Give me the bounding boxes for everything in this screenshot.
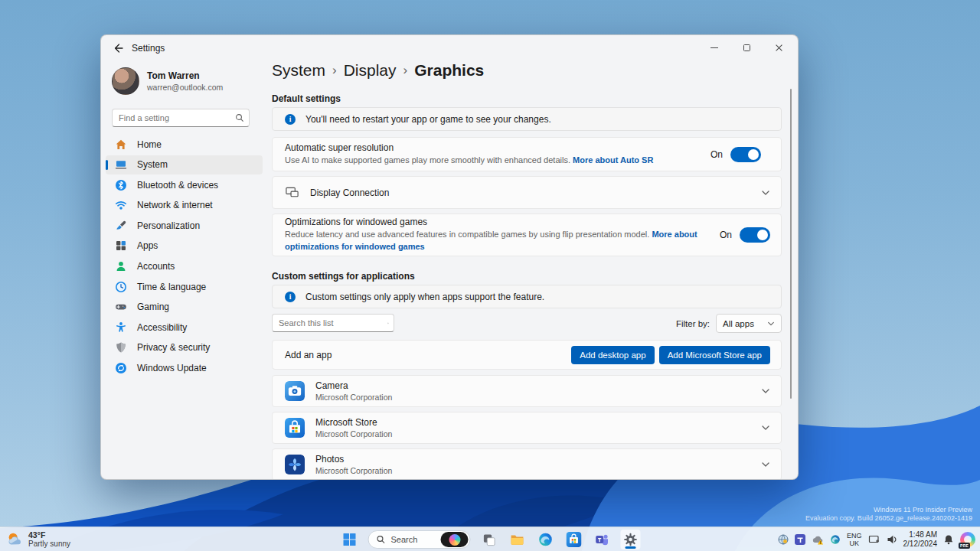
app-name: Camera [315,380,752,391]
auto-sr-toggle-label: On [710,149,723,160]
clock-widget[interactable]: 1:48 AM2/12/2024 [903,530,938,549]
find-setting-searchbox[interactable] [112,109,250,127]
filter-by-label: Filter by: [676,319,710,328]
windowed-games-toggle[interactable] [740,227,770,243]
taskbar-search[interactable]: Search [368,530,471,549]
notification-bell-icon[interactable] [943,534,954,545]
sidebar-item-privacy-security[interactable]: Privacy & security [106,338,263,357]
accessibility-icon [115,321,127,334]
sidebar-item-accounts[interactable]: Accounts [106,257,263,276]
avatar [112,67,139,95]
sidebar-item-apps[interactable]: Apps [106,236,263,256]
tray-volume-icon[interactable] [887,534,897,545]
app-publisher: Microsoft Corporation [315,466,752,475]
sidebar-item-home[interactable]: Home [106,135,263,154]
back-icon[interactable] [112,42,124,54]
tray-onedrive-warning-icon[interactable] [812,534,824,545]
add-desktop-app-button[interactable]: Add desktop app [571,346,654,364]
tray-globe-icon[interactable] [778,534,789,545]
tray-edge-icon[interactable] [830,534,841,545]
sidebar-item-system[interactable]: System [106,155,263,174]
auto-sr-link[interactable]: More about Auto SR [573,155,653,165]
chevron-down-icon [761,460,770,469]
tray-teams-icon[interactable] [795,534,805,545]
page-title: Graphics [414,61,484,80]
sidebar-item-windows-update[interactable]: Windows Update [106,359,263,378]
add-store-app-button[interactable]: Add Microsoft Store app [659,346,770,364]
task-view-button[interactable] [479,530,499,549]
file-explorer-button[interactable] [508,530,528,549]
breadcrumb-separator: › [403,63,408,78]
store-icon [567,532,582,547]
display-connection-card[interactable]: Display Connection [272,176,782,209]
language-secondary: UK [849,540,859,547]
sidebar-item-gaming[interactable]: Gaming [106,298,263,317]
system-icon [115,158,127,171]
add-app-card: Add an app Add desktop app Add Microsoft… [272,340,782,370]
weather-widget[interactable]: 43°F Partly sunny [6,527,70,551]
personalization-icon [115,220,127,232]
copilot-tray-icon[interactable]: PRE [960,532,975,547]
filter-dropdown[interactable]: All apps [716,314,782,333]
chevron-down-icon [761,386,770,396]
tray-display-icon[interactable] [868,534,880,545]
edge-icon [538,532,554,547]
search-icon [235,113,244,122]
breadcrumb-display[interactable]: Display [344,61,397,80]
watermark-line1: Windows 11 Pro Insider Preview [805,506,972,515]
window-scrollbar[interactable] [790,89,792,399]
copilot-button[interactable] [441,532,469,547]
search-icon [387,319,389,328]
language-primary: ENG [847,532,862,540]
accounts-icon [115,260,127,272]
main-content: System › Display › Graphics Default sett… [272,35,782,480]
home-icon [115,139,127,151]
teams-button[interactable] [593,530,612,549]
auto-sr-toggle[interactable] [730,147,761,162]
user-profile[interactable]: Tom Warren warren@outlook.com [112,66,265,96]
bluetooth-icon [115,179,127,191]
sidebar-item-time-language[interactable]: Time & language [106,277,263,296]
window-title: Settings [132,43,165,54]
breadcrumb-system[interactable]: System [272,61,325,80]
restart-info-banner: i You'll need to restart your app or gam… [272,107,782,131]
edge-button[interactable] [536,530,556,549]
sidebar-item-network-internet[interactable]: Network & internet [106,196,263,215]
photos-app-icon [285,455,305,474]
app-row-camera[interactable]: Camera Microsoft Corporation [272,375,782,407]
add-app-label: Add an app [285,350,562,360]
store-button[interactable] [564,530,584,549]
start-button[interactable] [340,530,360,549]
sidebar-item-accessibility[interactable]: Accessibility [106,318,263,337]
settings-gear-icon [624,533,638,546]
taskbar-center: Search [340,527,641,551]
user-name: Tom Warren [147,70,223,81]
settings-taskbar-button[interactable] [621,530,641,549]
app-row-microsoft-store[interactable]: Microsoft Store Microsoft Corporation [272,412,782,444]
info-icon: i [285,114,296,125]
apps-icon [115,240,127,252]
search-list-box[interactable] [272,314,394,332]
time-language-icon [115,281,127,293]
restart-info-text: You'll need to restart your app or game … [305,114,551,125]
find-setting-input[interactable] [119,113,235,122]
app-publisher: Microsoft Corporation [315,393,752,402]
windowed-games-card: Optimizations for windowed games Reduce … [272,214,782,256]
search-list-input[interactable] [279,318,387,328]
windowed-games-toggle-label: On [720,230,732,240]
weather-icon [6,531,23,548]
language-indicator[interactable]: ENGUK [847,532,862,548]
chevron-down-icon [767,320,775,328]
search-icon [377,535,386,544]
list-controls-row: Filter by: All apps [272,314,782,334]
sidebar-item-personalization[interactable]: Personalization [106,216,263,235]
copilot-pre-badge: PRE [959,543,970,549]
tray-time: 1:48 AM [909,530,937,539]
app-row-photos[interactable]: Photos Microsoft Corporation [272,448,782,480]
sidebar-item-bluetooth-devices[interactable]: Bluetooth & devices [106,175,263,194]
task-view-icon [482,533,496,547]
watermark-line2: Evaluation copy. Build 26052.ge_release.… [805,514,972,523]
custom-settings-heading: Custom settings for applications [272,271,415,282]
privacy-security-icon [115,341,127,354]
file-explorer-icon [510,532,525,547]
